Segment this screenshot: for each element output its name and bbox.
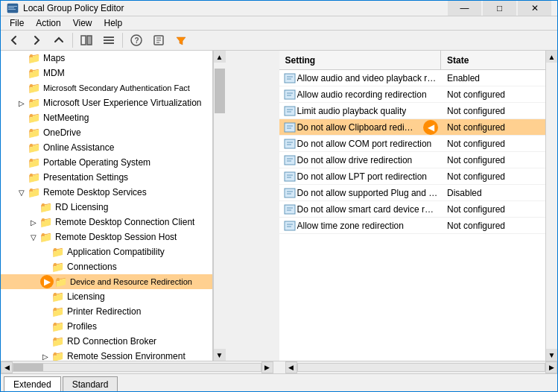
forward-button[interactable] (26, 31, 47, 50)
row-label-arrr: Allow audio recording redirection (297, 89, 427, 100)
minimize-button[interactable]: — (448, 1, 481, 16)
hscroll-left-right[interactable]: ◀ (285, 361, 297, 373)
tree-scroll-up[interactable]: ▲ (214, 51, 226, 63)
table-row-avpbr[interactable]: Allow audio and video playback redirecti… (279, 70, 546, 86)
show-hide-button[interactable] (76, 31, 97, 50)
table-row-dacomp[interactable]: Do not allow COM port redirection Not co… (279, 136, 546, 152)
hscroll-bar-tree[interactable] (13, 363, 261, 372)
row-label-dasmcr: Do not allow smart card device redirecti… (297, 204, 439, 215)
tree-item-rdl[interactable]: 📁 RD Licensing (1, 200, 212, 215)
tree-item-rdcc[interactable]: ▷ 📁 Remote Desktop Connection Client (1, 215, 212, 230)
svg-rect-8 (104, 42, 114, 44)
table-row-atzr[interactable]: Allow time zone redirection Not configur… (279, 218, 546, 234)
tree-item-pr[interactable]: 📁 Printer Redirection (1, 304, 212, 319)
hscroll-bar-right[interactable] (297, 363, 546, 372)
row-label-dacr: Do not allow Clipboard redirection (297, 122, 416, 133)
tree-item-msuev[interactable]: ▷ 📁 Microsoft User Experience Virtualiza… (1, 95, 212, 110)
tree-item-ps[interactable]: 📁 Presentation Settings (1, 170, 212, 185)
policy-icon-dasmcr (282, 203, 297, 215)
table-row-dalptr[interactable]: Do not allow LPT port redirection Not co… (279, 168, 546, 185)
orange-arrow-icon: ▶ (40, 275, 54, 288)
table-row-dasmcr[interactable]: Do not allow smart card device redirecti… (279, 201, 546, 218)
policy-icon-lapq (282, 105, 297, 117)
tree-item-conn[interactable]: 📁 Connections (1, 259, 212, 274)
row-setting-dacomp: Do not allow COM port redirection (279, 138, 442, 150)
properties-button[interactable] (148, 31, 169, 50)
tree-item-onedrive[interactable]: 📁 OneDrive (1, 125, 212, 140)
tree-item-prof[interactable]: 📁 Profiles (1, 319, 212, 334)
policy-icon-dalptr (282, 171, 297, 183)
tree-item-dar[interactable]: ▶ 📁 Device and Resource Redirection (1, 274, 212, 289)
folder-icon-prof: 📁 (51, 320, 65, 332)
table-row-arrr[interactable]: Allow audio recording redirection Not co… (279, 86, 546, 103)
row-setting-dasmcr: Do not allow smart card device redirecti… (279, 203, 442, 215)
table-row-lapq[interactable]: Limit audio playback quality Not configu… (279, 103, 546, 119)
folder-icon-dar: 📁 (54, 276, 68, 288)
tree-toggle-rse[interactable]: ▷ (39, 353, 51, 361)
window-icon (7, 2, 19, 14)
row-setting-dacr: Do not allow Clipboard redirection ◀ (279, 120, 442, 135)
menu-action[interactable]: Action (30, 16, 66, 30)
row-state-avpbr: Enabled (441, 73, 545, 83)
back-button[interactable] (4, 31, 25, 50)
tree-toggle-rdcc[interactable]: ▷ (28, 218, 39, 227)
table-row-daspnp[interactable]: Do not allow supported Plug and Play dev… (279, 185, 546, 201)
policy-icon-avpbr (282, 72, 297, 84)
tree-item-rse[interactable]: ▷ 📁 Remote Session Environment (1, 349, 212, 361)
up-button[interactable] (48, 31, 69, 50)
folder-icon-conn: 📁 (51, 261, 65, 273)
right-scrollbar[interactable]: ▲ ▼ (545, 51, 557, 361)
tree-toggle-rds[interactable]: ▽ (16, 189, 28, 197)
tree-item-rdsh[interactable]: ▽ 📁 Remote Desktop Session Host (1, 230, 212, 244)
help-button[interactable]: ? (126, 31, 147, 50)
table-header: Setting State (279, 51, 546, 70)
tree-scroll-down[interactable]: ▼ (214, 349, 226, 361)
svg-rect-1 (8, 6, 17, 7)
menu-help[interactable]: Help (98, 16, 129, 30)
view-button[interactable] (98, 31, 119, 50)
menu-file[interactable]: File (4, 16, 30, 30)
setting-header-label: Setting (285, 55, 316, 66)
tree-scrollbar[interactable]: ▲ ▼ (213, 51, 225, 361)
hscroll-thumb-tree[interactable] (13, 364, 43, 371)
tree-item-oa[interactable]: 📁 Online Assistance (1, 140, 212, 155)
table-row-dadr[interactable]: Do not allow drive redirection Not confi… (279, 152, 546, 168)
tree-label-msuev: Microsoft User Experience Virtualization (43, 98, 202, 108)
policy-icon-arrr (282, 89, 297, 101)
tree-label-dar: Device and Resource Redirection (70, 277, 192, 286)
menu-bar: File Action View Help (1, 16, 557, 31)
folder-icon-rdcb: 📁 (51, 335, 65, 347)
table-row-dacr[interactable]: Do not allow Clipboard redirection ◀ Not… (279, 119, 546, 136)
tree-item-netmeeting[interactable]: 📁 NetMeeting (1, 110, 212, 125)
hscroll-right-right[interactable]: ▶ (545, 361, 557, 373)
tree-item-maps[interactable]: 📁 Maps (1, 51, 212, 66)
tree-item-mdm[interactable]: 📁 MDM (1, 66, 212, 80)
svg-rect-24 (285, 123, 295, 132)
right-area: Setting State Allow audio and video play… (279, 51, 558, 361)
tree-item-rds[interactable]: ▽ 📁 Remote Desktop Services (1, 185, 212, 200)
maximize-button[interactable]: □ (483, 1, 516, 16)
table-body: Allow audio and video playback redirecti… (279, 70, 546, 361)
folder-icon-ac: 📁 (51, 246, 65, 258)
right-scroll-down[interactable]: ▼ (546, 349, 558, 361)
folder-icon-rse: 📁 (51, 350, 65, 361)
tree-toggle-rdsh[interactable]: ▽ (28, 233, 39, 241)
tree-item-rdcb[interactable]: 📁 RD Connection Broker (1, 334, 212, 349)
row-state-lapq: Not configured (441, 106, 545, 116)
right-scroll-up[interactable]: ▲ (546, 51, 558, 63)
tab-standard[interactable]: Standard (63, 376, 118, 391)
tab-extended[interactable]: Extended (4, 376, 61, 391)
toolbar: ? (1, 31, 557, 51)
hscroll-right-tree[interactable]: ▶ (261, 361, 273, 373)
tree-item-pos[interactable]: 📁 Portable Operating System (1, 155, 212, 170)
tree-item-ac[interactable]: 📁 Application Compatibility (1, 244, 212, 259)
tree-label-msaf: Microsoft Secondary Authentication Fact (43, 83, 190, 92)
hscroll-left-tree[interactable]: ◀ (1, 361, 13, 373)
filter-button[interactable] (171, 31, 191, 50)
close-button[interactable]: ✕ (518, 1, 551, 16)
menu-view[interactable]: View (67, 16, 98, 30)
tree-item-msaf[interactable]: 📁 Microsoft Secondary Authentication Fac… (1, 80, 212, 95)
tree-scroll-thumb[interactable] (215, 69, 225, 113)
tree-item-lic[interactable]: 📁 Licensing (1, 289, 212, 304)
tree-toggle-msuev[interactable]: ▷ (16, 99, 28, 107)
